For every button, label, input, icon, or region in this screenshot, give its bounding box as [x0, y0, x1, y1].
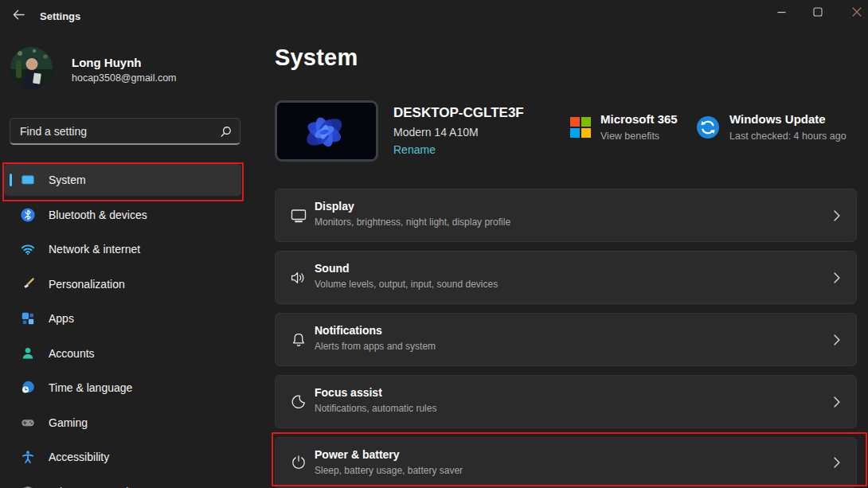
microsoft365-subtitle: View benefits	[600, 131, 659, 142]
device-wallpaper-thumbnail	[275, 100, 378, 162]
page-title: System	[275, 45, 358, 71]
privacy-icon	[20, 484, 36, 488]
device-name: DESKTOP-CGLTE3F	[393, 105, 524, 121]
setting-row-sound[interactable]: Sound Volume levels, output, input, soun…	[275, 251, 857, 304]
settings-window: Settings Long Huynh hocap3508@gmail.	[0, 0, 868, 488]
device-model: Modern 14 A10M	[393, 126, 479, 139]
chevron-right-icon	[834, 334, 840, 346]
sidebar-item-privacy-security[interactable]: Privacy & security	[4, 476, 241, 488]
sidebar-item-accessibility[interactable]: Accessibility	[4, 441, 241, 473]
windows-update-title[interactable]: Windows Update	[729, 112, 826, 126]
chevron-right-icon	[834, 457, 840, 468]
accessibility-icon	[20, 449, 36, 465]
sound-icon	[289, 268, 308, 287]
time-language-icon	[20, 380, 36, 396]
minimize-icon	[777, 6, 786, 20]
back-arrow-icon	[11, 7, 26, 25]
apps-icon	[20, 310, 36, 326]
network-icon	[20, 241, 36, 257]
sidebar-item-network-internet[interactable]: Network & internet	[4, 233, 241, 265]
close-button[interactable]	[841, 0, 868, 25]
back-button[interactable]	[8, 7, 29, 25]
chevron-right-icon	[834, 272, 840, 283]
maximize-icon	[813, 6, 823, 20]
sidebar-item-apps[interactable]: Apps	[4, 303, 241, 334]
setting-row-focus-assist[interactable]: Focus assist Notifications, automatic ru…	[275, 375, 857, 428]
setting-row-notifications[interactable]: Notifications Alerts from apps and syste…	[275, 313, 857, 366]
setting-row-power-battery[interactable]: Power & battery Sleep, battery usage, ba…	[275, 437, 857, 488]
rename-link[interactable]: Rename	[393, 143, 436, 156]
setting-row-display[interactable]: Display Monitors, brightness, night ligh…	[275, 189, 857, 242]
close-icon	[852, 6, 862, 20]
microsoft-logo	[570, 117, 591, 138]
sidebar-item-accounts[interactable]: Accounts	[4, 338, 241, 369]
personalization-icon	[20, 276, 36, 292]
search-input[interactable]	[10, 119, 240, 143]
selection-indicator	[10, 174, 12, 186]
sidebar-nav: System Bluetooth & devices Network & int…	[4, 164, 241, 488]
bluetooth-icon	[20, 207, 36, 223]
sidebar-item-bluetooth-devices[interactable]: Bluetooth & devices	[4, 199, 241, 231]
search-box	[10, 118, 240, 145]
accounts-icon	[20, 346, 36, 361]
chevron-right-icon	[834, 210, 840, 221]
sidebar-item-time-language[interactable]: Time & language	[4, 372, 241, 404]
microsoft365-title[interactable]: Microsoft 365	[600, 112, 678, 126]
minimize-button[interactable]	[763, 0, 800, 25]
sidebar-item-system[interactable]: System	[4, 164, 241, 196]
power-icon	[289, 453, 308, 472]
system-icon	[20, 172, 36, 188]
notifications-icon	[289, 330, 308, 349]
gaming-icon	[20, 415, 36, 431]
avatar[interactable]	[10, 47, 53, 89]
chevron-right-icon	[834, 396, 840, 408]
user-name: Long Huynh	[72, 56, 141, 69]
search-icon	[219, 125, 233, 139]
display-icon	[289, 206, 308, 225]
windows-update-icon	[696, 115, 720, 139]
windows-update-subtitle: Last checked: 4 hours ago	[729, 131, 846, 142]
sidebar-item-personalization[interactable]: Personalization	[4, 268, 241, 300]
window-title: Settings	[40, 10, 80, 22]
maximize-button[interactable]	[800, 0, 836, 25]
sidebar-item-gaming[interactable]: Gaming	[4, 407, 241, 439]
user-email: hocap3508@gmail.com	[72, 72, 177, 84]
focus-assist-icon	[289, 392, 308, 412]
